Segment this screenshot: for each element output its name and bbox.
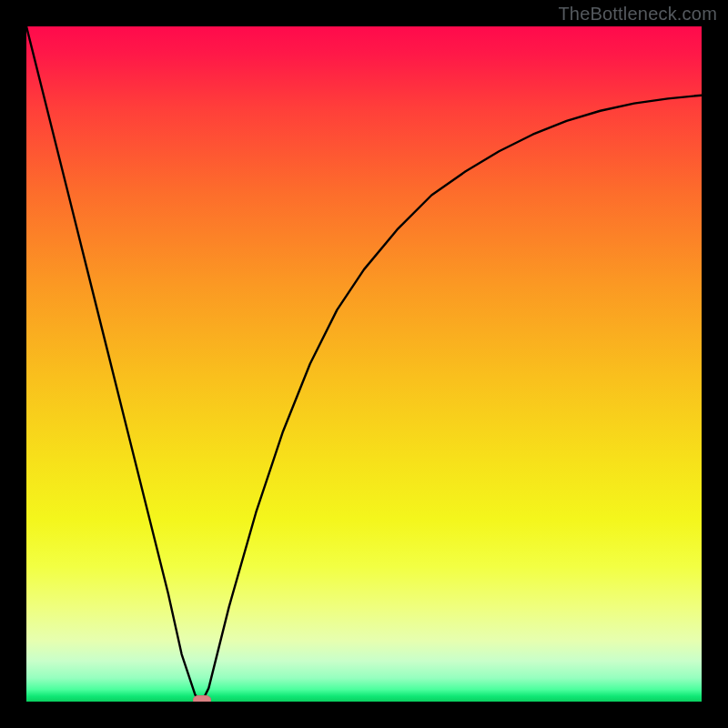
plot-area [26,26,702,702]
chart-frame: TheBottleneck.com [0,0,728,728]
curve-svg [26,26,702,702]
watermark-text: TheBottleneck.com [558,4,717,25]
bottleneck-curve [26,26,702,702]
minimum-marker [193,695,211,702]
